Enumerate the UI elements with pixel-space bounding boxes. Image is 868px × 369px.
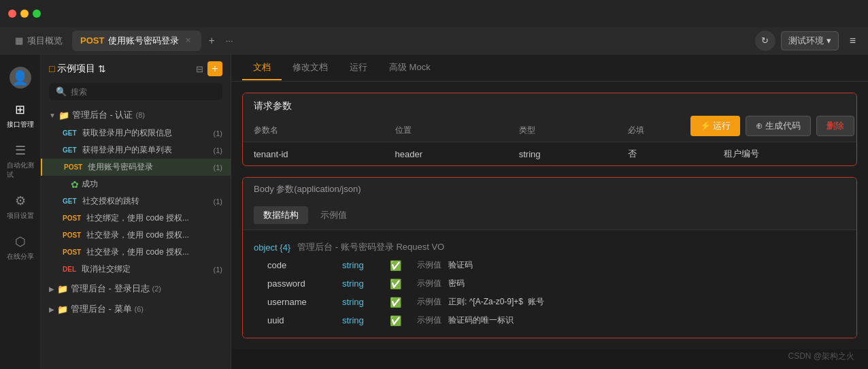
tab-mock[interactable]: 高级 Mock xyxy=(378,56,441,80)
item-post-login-label: 使用账号密码登录 xyxy=(88,161,210,173)
tab-overview-label: 项目概览 xyxy=(27,35,63,47)
tab-overview[interactable]: ▦ 项目概览 xyxy=(7,31,71,51)
body-tabs: 数据结构 示例值 xyxy=(243,201,856,230)
item-count: (1) xyxy=(214,146,222,155)
tree-item-post-login[interactable]: POST 使用账号密码登录 (1) xyxy=(41,159,231,176)
tree-item-post-bind[interactable]: POST 社交绑定，使用 code 授权... xyxy=(41,210,231,227)
search-box: 🔍 xyxy=(49,83,222,100)
check-icon-password: ✅ xyxy=(390,278,410,289)
share-icon: ⬡ xyxy=(15,234,26,249)
method-del-icon: DEL xyxy=(60,265,79,274)
folder-icon: 📁 xyxy=(59,110,69,121)
item-count: (1) xyxy=(214,197,222,206)
search-input[interactable] xyxy=(71,87,216,97)
tree-item-get-permissions[interactable]: GET 获取登录用户的权限信息 (1) xyxy=(41,125,231,142)
tree-group-admin-auth-header[interactable]: ▼ 📁 管理后台 - 认证 (8) xyxy=(41,106,231,125)
tree-group-admin-menu-header[interactable]: ▶ 📁 管理后台 - 菜单 (6) xyxy=(41,300,231,319)
param-desc: 租户编号 xyxy=(713,142,856,166)
tab-doc[interactable]: 文档 xyxy=(242,56,282,80)
file-tree-header: □ 示例项目 ⇅ ⊟ + xyxy=(41,54,231,83)
item-del-unbind-label: 取消社交绑定 xyxy=(82,263,211,275)
run-button[interactable]: ⚡ 运行 xyxy=(690,116,741,136)
tab-post-login-label: 使用账号密码登录 xyxy=(108,35,179,47)
item-count: (1) xyxy=(214,266,222,274)
close-button[interactable] xyxy=(8,10,16,18)
method-label: POST xyxy=(80,35,104,46)
tree-item-get-oauth[interactable]: GET 社交授权的跳转 (1) xyxy=(41,193,231,210)
refresh-button[interactable]: ↻ xyxy=(755,31,775,51)
env-label: 测试环境 xyxy=(788,35,824,47)
field-type-password: string xyxy=(342,278,383,289)
traffic-lights xyxy=(8,10,41,18)
body-tab-example[interactable]: 示例值 xyxy=(311,206,356,224)
env-arrow-icon: ▾ xyxy=(827,35,831,46)
tab-more-button[interactable]: ··· xyxy=(222,34,237,47)
env-select[interactable]: 测试环境 ▾ xyxy=(781,31,839,50)
group-admin-log-label: 管理后台 - 登录日志 xyxy=(71,283,150,295)
field-type-code: string xyxy=(342,260,383,270)
maximize-button[interactable] xyxy=(33,10,41,18)
item-success-label: 成功 xyxy=(82,178,222,190)
tab-close-button[interactable]: ✕ xyxy=(183,35,193,46)
item-post-social-label: 社交登录，使用 code 授权... xyxy=(86,229,222,241)
tab-run[interactable]: 运行 xyxy=(339,56,378,80)
auto-test-icon: ☰ xyxy=(15,143,26,158)
tab-edit-doc[interactable]: 修改文档 xyxy=(282,56,339,80)
object-type-label: object {4} xyxy=(254,242,290,253)
tree-item-get-menu[interactable]: GET 获得登录用户的菜单列表 (1) xyxy=(41,142,231,159)
field-name-username: username xyxy=(267,297,335,307)
folder-icon: 📁 xyxy=(57,304,68,315)
add-item-button[interactable]: + xyxy=(207,61,222,76)
field-name-password: password xyxy=(267,278,335,289)
tree-group-admin-menu: ▶ 📁 管理后台 - 菜单 (6) xyxy=(41,300,231,319)
check-icon-uuid: ✅ xyxy=(390,315,410,326)
method-post-icon: POST xyxy=(60,231,84,240)
content: 文档 修改文档 运行 高级 Mock ⚡ 运行 ⊕ 生成代码 删除 请求参数 xyxy=(231,54,868,349)
filter-icon[interactable]: ⊟ xyxy=(196,64,203,74)
sidebar-item-settings[interactable]: ⚙ 项目设置 xyxy=(3,188,38,226)
field-row-username: username string ✅ 示例值 正则: ^[A-Za-z0-9]+$… xyxy=(254,293,846,311)
folder-icon: □ xyxy=(49,63,54,74)
example-value-password: 密码 xyxy=(448,278,465,289)
menu-button[interactable]: ≡ xyxy=(844,32,861,50)
body-tab-structure[interactable]: 数据结构 xyxy=(254,206,308,224)
tree-item-post-social-login[interactable]: POST 社交登录，使用 code 授权... xyxy=(41,227,231,244)
delete-button[interactable]: 删除 xyxy=(816,116,854,136)
field-row-code: code string ✅ 示例值 验证码 xyxy=(254,256,846,274)
group-admin-log-count: (2) xyxy=(152,285,161,293)
chevron-down-icon: ▼ xyxy=(49,112,56,119)
item-get-permissions-label: 获取登录用户的权限信息 xyxy=(82,127,211,139)
param-type: string xyxy=(508,142,617,166)
group-admin-auth-count: (8) xyxy=(135,111,144,119)
example-value-code: 验证码 xyxy=(448,259,473,271)
avatar: 👤 xyxy=(10,67,31,89)
minimize-button[interactable] xyxy=(20,10,29,18)
field-type-username: string xyxy=(342,297,383,307)
tree-item-post-social-login2[interactable]: POST 社交登录，使用 code 授权... xyxy=(41,244,231,261)
tree-item-success[interactable]: ✿ 成功 xyxy=(41,176,231,193)
method-get-icon: GET xyxy=(60,129,80,138)
check-icon-code: ✅ xyxy=(390,260,410,271)
chevron-right-icon: ▶ xyxy=(49,306,54,313)
titlebar xyxy=(0,0,868,27)
tab-post-login[interactable]: POST 使用账号密码登录 ✕ xyxy=(72,31,201,51)
sidebar-item-share[interactable]: ⬡ 在线分享 xyxy=(3,229,38,267)
sidebar-item-api-management[interactable]: ⊞ 接口管理 xyxy=(3,97,38,135)
group-admin-menu-label: 管理后台 - 菜单 xyxy=(71,303,132,315)
example-value-username: 正则: ^[A-Za-z0-9]+$ 账号 xyxy=(448,296,544,308)
tree-content: ▼ 📁 管理后台 - 认证 (8) GET 获取登录用户的权限信息 (1) GE… xyxy=(41,106,231,369)
method-post-icon: POST xyxy=(61,163,85,172)
sidebar-item-auto-test[interactable]: ☰ 自动化测试 xyxy=(3,138,38,185)
group-admin-auth-label: 管理后台 - 认证 xyxy=(72,109,133,121)
tree-group-admin-log-header[interactable]: ▶ 📁 管理后台 - 登录日志 (2) xyxy=(41,279,231,298)
generate-code-button[interactable]: ⊕ 生成代码 xyxy=(746,116,811,136)
sidebar-avatar[interactable]: 👤 xyxy=(3,61,38,94)
example-label-code: 示例值 xyxy=(417,259,441,271)
tree-item-del-unbind[interactable]: DEL 取消社交绑定 (1) xyxy=(41,261,231,278)
project-arrow-icon[interactable]: ⇅ xyxy=(98,63,106,74)
content-area: 文档 修改文档 运行 高级 Mock ⚡ 运行 ⊕ 生成代码 删除 请求参数 xyxy=(231,54,868,369)
body-params-section: Body 参数(application/json) 数据结构 示例值 objec… xyxy=(242,177,857,338)
tab-add-button[interactable]: + xyxy=(203,33,220,48)
tabbar-right: ↻ 测试环境 ▾ ≡ xyxy=(755,31,861,51)
item-count: (1) xyxy=(214,163,222,172)
